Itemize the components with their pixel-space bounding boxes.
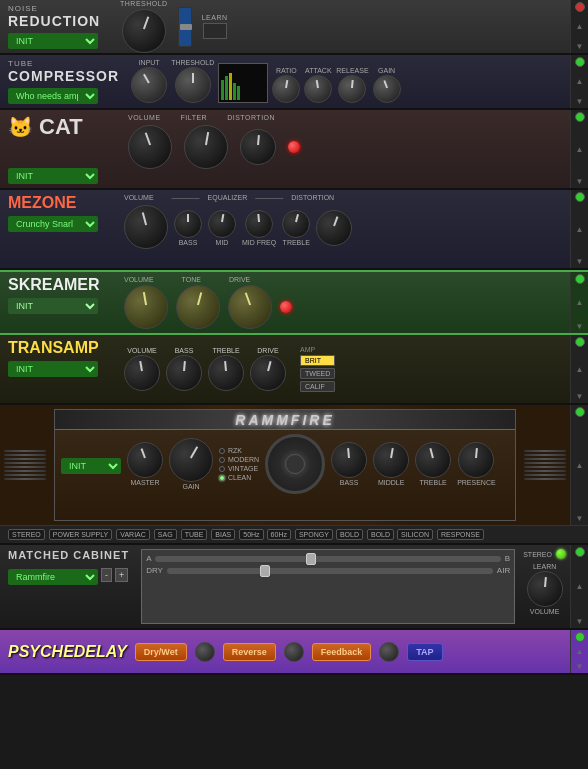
rammfire-treble-knob[interactable] [415,442,451,478]
tube-threshold-knob[interactable] [175,67,211,103]
transamp-power-btn[interactable] [575,337,585,347]
cabinet-plus-btn[interactable]: + [115,568,128,582]
skreamer-volume-knob[interactable] [124,285,168,329]
tube-type-toggle[interactable]: TUBE [181,529,208,540]
stereo-toggle[interactable]: STEREO [8,529,45,540]
delay-feedback-knob[interactable] [379,642,399,662]
cat-volume-knob[interactable] [128,125,172,169]
transamp-arrow-down[interactable]: ▼ [573,391,587,401]
noise-power-btn[interactable] [575,2,585,12]
mezone-dist-knob[interactable] [316,210,352,246]
ab-slider[interactable] [155,556,500,562]
power-supply-toggle[interactable]: POWER SUPPLY [49,529,113,540]
tube-attack-knob[interactable] [304,75,332,103]
tube-gain-knob[interactable] [373,75,401,103]
threshold-slider[interactable] [178,7,192,47]
delay-reverse-btn[interactable]: Reverse [223,643,276,661]
variac-toggle[interactable]: VARIAC [116,529,150,540]
delay-arrow-down[interactable]: ▼ [573,661,587,671]
skreamer-drive-knob[interactable] [228,285,272,329]
transamp-drive-knob[interactable] [250,355,286,391]
cabinet-preset-select[interactable]: Rammfire [8,569,98,585]
spongy-btn[interactable]: SPONGY [295,529,333,540]
transamp-bass-knob[interactable] [166,355,202,391]
cabinet-arrow-down[interactable]: ▼ [573,616,587,626]
rammfire-radio-modern[interactable]: MODERN [219,456,259,463]
rammfire-bass-knob[interactable] [331,442,367,478]
skreamer-arrow-down[interactable]: ▼ [573,321,587,331]
rammfire-presence-knob[interactable] [458,442,494,478]
bold2-btn[interactable]: BOLD [367,529,394,540]
cat-arrow-down[interactable]: ▼ [573,176,587,186]
skreamer-tone-knob[interactable] [176,285,220,329]
tube-power-btn[interactable] [575,57,585,67]
transamp-tweed-btn[interactable]: TWEED [300,368,335,379]
cabinet-arrow-up[interactable]: ▲ [573,582,587,592]
mezone-volume-knob[interactable] [124,205,168,249]
response-btn[interactable]: RESPONSE [437,529,484,540]
transamp-arrow-up[interactable]: ▲ [573,364,587,374]
transamp-preset-select[interactable]: INIT [8,361,98,377]
cat-distortion-knob[interactable] [240,129,276,165]
tube-input-knob[interactable] [131,67,167,103]
sag-toggle[interactable]: SAG [154,529,177,540]
silicon-btn[interactable]: SILICON [397,529,433,540]
rammfire-preset-select[interactable]: INIT [61,458,121,474]
mezone-preset-select[interactable]: Crunchy Snarl [8,216,98,232]
skreamer-preset-select[interactable]: INIT [8,298,98,314]
transamp-amp-selector: AMP BRIT TWEED CALIF [300,346,335,392]
rammfire-master-knob[interactable] [127,442,163,478]
cabinet-volume-knob[interactable] [527,571,563,607]
delay-drywet-knob[interactable] [195,642,215,662]
tube-release-knob[interactable] [338,75,366,103]
delay-power-btn[interactable] [575,632,585,642]
mezone-strip: MEZONE Crunchy Snarl VOLUME ———— EQUALIZ… [0,190,588,270]
bold-btn[interactable]: BOLD [336,529,363,540]
hz-50-btn[interactable]: 50Hz [239,529,263,540]
delay-drywet-btn[interactable]: Dry/Wet [135,643,187,661]
cat-arrow-up[interactable]: ▲ [573,144,587,154]
tube-preset-select[interactable]: Who needs amps? [8,88,98,104]
noise-arrow-up[interactable]: ▲ [573,22,587,32]
mezone-power-btn[interactable] [575,192,585,202]
tube-arrow-down[interactable]: ▼ [573,96,587,106]
noise-preset-select[interactable]: INIT [8,33,98,49]
skreamer-arrow-up[interactable]: ▲ [573,298,587,308]
hz-60-btn[interactable]: 60Hz [267,529,291,540]
rammfire-power-btn[interactable] [575,407,585,417]
transamp-treble-knob[interactable] [208,355,244,391]
rammfire-radio-clean[interactable]: CLEAN [219,474,259,481]
rammfire-middle-knob[interactable] [373,442,409,478]
delay-tap-btn[interactable]: TAP [407,643,442,661]
skreamer-power-btn[interactable] [575,274,585,284]
dry-air-slider[interactable] [167,568,493,574]
mezone-bass-knob[interactable] [174,210,202,238]
rammfire-arrow-up[interactable]: ▲ [573,460,587,470]
mezone-mid-knob[interactable] [208,210,236,238]
rammfire-radio-vintage[interactable]: VINTAGE [219,465,259,472]
cabinet-minus-btn[interactable]: - [101,568,112,582]
delay-arrow-up[interactable]: ▲ [573,647,587,657]
mezone-midfreq-knob[interactable] [245,210,273,238]
bias-toggle[interactable]: BIAS [211,529,235,540]
delay-feedback-btn[interactable]: Feedback [312,643,372,661]
noise-arrow-down[interactable]: ▼ [573,41,587,51]
tube-arrow-up[interactable]: ▲ [573,77,587,87]
cat-preset-select[interactable]: INIT [8,168,98,184]
rammfire-arrow-down[interactable]: ▼ [573,513,587,523]
rammfire-gain-knob[interactable] [169,438,213,482]
delay-reverse-knob[interactable] [284,642,304,662]
cabinet-power-btn[interactable] [575,547,585,557]
mezone-arrow-down[interactable]: ▼ [573,256,587,266]
transamp-calif-btn[interactable]: CALIF [300,381,335,392]
tube-ratio-knob[interactable] [272,75,300,103]
cat-filter-knob[interactable] [184,125,228,169]
learn-button[interactable] [203,23,227,39]
rammfire-radio-rzk[interactable]: RZK [219,447,259,454]
mezone-treble-knob[interactable] [282,210,310,238]
transamp-brit-btn[interactable]: BRIT [300,355,335,366]
threshold-knob[interactable] [122,9,166,53]
mezone-arrow-up[interactable]: ▲ [573,224,587,234]
cat-power-btn[interactable] [575,112,585,122]
transamp-volume-knob[interactable] [124,355,160,391]
